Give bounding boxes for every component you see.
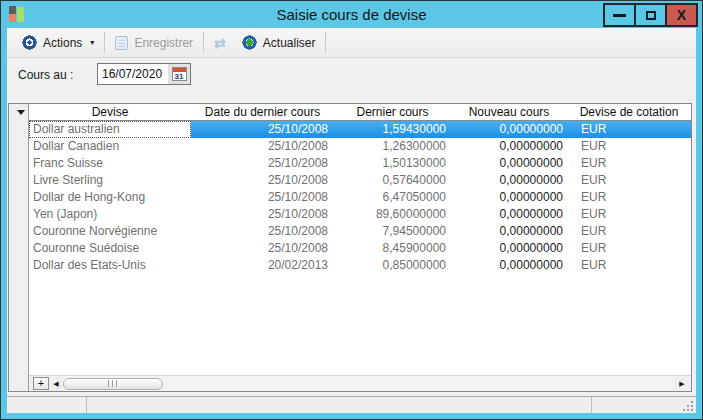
sync-button: ⇄ (206, 31, 234, 55)
cell-date[interactable]: 25/10/2008 (191, 240, 334, 257)
cell-devise[interactable]: Couronne Norvégienne (29, 223, 191, 240)
cell-nouveau[interactable]: 0,00000000 (451, 138, 567, 155)
cell-nouveau[interactable]: 0,00000000 (451, 206, 567, 223)
toolbar-separator (104, 32, 105, 53)
cell-cotation[interactable]: EUR (567, 206, 691, 223)
table-row[interactable]: Dollar de Hong-Kong25/10/20086,470500000… (29, 189, 691, 206)
cell-date[interactable]: 25/10/2008 (191, 138, 334, 155)
column-header-1[interactable]: Date du dernier cours (191, 104, 334, 120)
calendar-icon: 31 (172, 67, 187, 81)
cell-nouveau[interactable]: 0,00000000 (451, 240, 567, 257)
cell-nouveau[interactable]: 0,00000000 (451, 223, 567, 240)
cell-devise[interactable]: Dollar australien (29, 121, 191, 138)
currency-grid: DeviseDate du dernier coursDernier cours… (8, 103, 692, 392)
table-row[interactable]: Yen (Japon)25/10/200889,600000000,000000… (29, 206, 691, 223)
cell-dernier[interactable]: 1,50130000 (334, 155, 451, 172)
cell-dernier[interactable]: 8,45900000 (334, 240, 451, 257)
maximize-icon (646, 11, 656, 20)
cell-nouveau[interactable]: 0,00000000 (451, 121, 567, 138)
cell-nouveau[interactable]: 0,00000000 (451, 189, 567, 206)
scrollbar-track[interactable] (63, 376, 675, 391)
cell-cotation[interactable]: EUR (567, 155, 691, 172)
close-icon: X (677, 8, 686, 22)
column-header-0[interactable]: Devise (29, 104, 191, 120)
scrollbar-grip-icon (108, 380, 119, 387)
cell-dernier[interactable]: 7,94500000 (334, 223, 451, 240)
minimize-button[interactable] (603, 3, 636, 27)
status-section-middle (87, 397, 591, 413)
cell-cotation[interactable]: EUR (567, 257, 691, 274)
save-button: Enregistrer (107, 31, 201, 55)
table-row[interactable]: Couronne Norvégienne25/10/20087,94500000… (29, 223, 691, 240)
toolbar-separator (203, 32, 204, 53)
horizontal-scrollbar[interactable]: + ◀ ▶ (29, 375, 691, 391)
cell-date[interactable]: 25/10/2008 (191, 206, 334, 223)
refresh-button[interactable]: Actualiser (234, 31, 324, 55)
add-row-button[interactable]: + (33, 377, 49, 390)
table-row[interactable]: Dollar australien25/10/20081,594300000,0… (29, 121, 691, 138)
column-header-3[interactable]: Nouveau cours (451, 104, 567, 120)
cell-date[interactable]: 25/10/2008 (191, 223, 334, 240)
cell-date[interactable]: 20/02/2013 (191, 257, 334, 274)
cell-nouveau[interactable]: 0,00000000 (451, 155, 567, 172)
cell-devise[interactable]: Dollar de Hong-Kong (29, 189, 191, 206)
refresh-label: Actualiser (263, 36, 316, 50)
table-row[interactable]: Couronne Suédoise25/10/20088,459000000,0… (29, 240, 691, 257)
cell-dernier[interactable]: 0,57640000 (334, 172, 451, 189)
maximize-button[interactable] (634, 3, 667, 27)
cell-devise[interactable]: Franc Suisse (29, 155, 191, 172)
column-header-2[interactable]: Dernier cours (334, 104, 451, 120)
cell-dernier[interactable]: 0,85000000 (334, 257, 451, 274)
grid-header-row: DeviseDate du dernier coursDernier cours… (29, 104, 691, 121)
cell-dernier[interactable]: 6,47050000 (334, 189, 451, 206)
column-header-4[interactable]: Devise de cotation (567, 104, 691, 120)
cell-dernier[interactable]: 1,59430000 (334, 121, 451, 138)
calendar-picker-button[interactable]: 31 (168, 64, 190, 84)
scrollbar-thumb[interactable] (63, 378, 163, 390)
cell-dernier[interactable]: 1,26300000 (334, 138, 451, 155)
actions-label: Actions (43, 36, 82, 50)
cell-nouveau[interactable]: 0,00000000 (451, 257, 567, 274)
table-row[interactable]: Franc Suisse25/10/20081,501300000,000000… (29, 155, 691, 172)
cell-date[interactable]: 25/10/2008 (191, 189, 334, 206)
cell-cotation[interactable]: EUR (567, 223, 691, 240)
cell-cotation[interactable]: EUR (567, 189, 691, 206)
save-label: Enregistrer (134, 36, 193, 50)
cell-cotation[interactable]: EUR (567, 138, 691, 155)
table-row[interactable]: Dollar Canadien25/10/20081,263000000,000… (29, 138, 691, 155)
calendar-icon-day: 31 (173, 72, 186, 80)
cell-devise[interactable]: Dollar des Etats-Unis (29, 257, 191, 274)
chevron-down-icon: ▾ (90, 38, 94, 47)
scroll-left-icon[interactable]: ◀ (49, 380, 63, 388)
date-filter-label: Cours au : (18, 68, 73, 82)
cell-date[interactable]: 25/10/2008 (191, 172, 334, 189)
cell-devise[interactable]: Dollar Canadien (29, 138, 191, 155)
cell-nouveau[interactable]: 0,00000000 (451, 172, 567, 189)
minimize-icon (613, 14, 626, 17)
grid-rows: Dollar australien25/10/20081,594300000,0… (29, 121, 691, 274)
table-row[interactable]: Livre Sterling25/10/20080,576400000,0000… (29, 172, 691, 189)
date-value[interactable]: 16/07/2020 (98, 67, 168, 81)
row-selector-gutter[interactable] (9, 104, 29, 391)
cell-cotation[interactable]: EUR (567, 121, 691, 138)
actions-menu-button[interactable]: Actions ▾ (14, 31, 102, 55)
cell-devise[interactable]: Couronne Suédoise (29, 240, 191, 257)
cell-date[interactable]: 25/10/2008 (191, 155, 334, 172)
cell-cotation[interactable]: EUR (567, 240, 691, 257)
toolbar-separator (325, 32, 326, 53)
app-window: Saisie cours de devise X Actions ▾ (0, 0, 703, 420)
cell-devise[interactable]: Yen (Japon) (29, 206, 191, 223)
grid-dropdown-icon[interactable] (17, 110, 25, 115)
cell-date[interactable]: 25/10/2008 (191, 121, 334, 138)
date-input[interactable]: 16/07/2020 31 (97, 63, 191, 85)
titlebar: Saisie cours de devise X (1, 1, 702, 28)
cell-devise[interactable]: Livre Sterling (29, 172, 191, 189)
sync-icon: ⇄ (214, 36, 226, 50)
resize-grip-icon[interactable] (691, 409, 693, 411)
table-row[interactable]: Dollar des Etats-Unis20/02/20130,8500000… (29, 257, 691, 274)
close-button[interactable]: X (665, 3, 698, 27)
cell-cotation[interactable]: EUR (567, 172, 691, 189)
scroll-right-icon[interactable]: ▶ (675, 380, 689, 388)
cell-dernier[interactable]: 89,60000000 (334, 206, 451, 223)
grid-body: DeviseDate du dernier coursDernier cours… (29, 104, 691, 274)
